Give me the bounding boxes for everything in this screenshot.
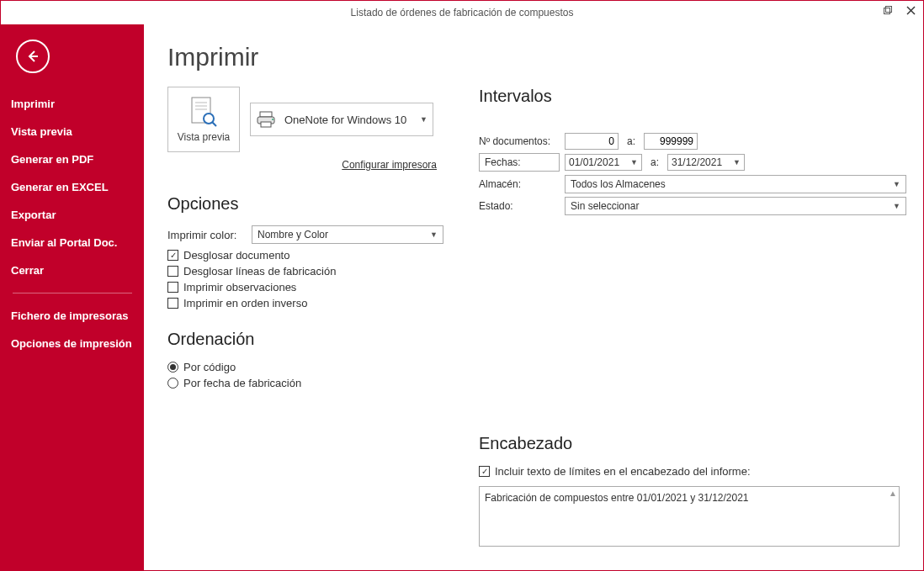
document-magnifier-icon xyxy=(189,96,218,128)
ndoc-label: Nº documentos: xyxy=(479,135,560,147)
sidebar-item-excel[interactable]: Generar en EXCEL xyxy=(1,173,144,201)
color-combo[interactable]: Nombre y Color ▼ xyxy=(252,225,443,244)
check-desglosar-lineas[interactable] xyxy=(167,266,178,277)
encabezado-heading: Encabezado xyxy=(479,434,906,453)
radio-por-fecha-label: Por fecha de fabricación xyxy=(183,377,301,389)
vista-previa-tile[interactable]: Vista previa xyxy=(167,87,240,152)
almacen-combo[interactable]: Todos los Almacenes ▼ xyxy=(565,175,906,193)
scroll-up-icon[interactable]: ▲ xyxy=(889,489,897,498)
sidebar-item-fichero-impresoras[interactable]: Fichero de impresoras xyxy=(1,302,144,330)
opciones-heading: Opciones xyxy=(167,194,454,214)
svg-rect-13 xyxy=(261,122,271,127)
fecha-to-input[interactable]: 31/12/2021 ▼ xyxy=(667,154,745,171)
check-imprimir-obs-label: Imprimir observaciones xyxy=(183,281,296,293)
chevron-down-icon: ▼ xyxy=(893,202,900,210)
sidebar: Imprimir Vista previa Generar en PDF Gen… xyxy=(1,24,144,570)
encabezado-text-value: Fabricación de compuestos entre 01/01/20… xyxy=(485,492,749,504)
check-incluir-limites[interactable] xyxy=(479,466,490,477)
a-sep-2: a: xyxy=(647,156,662,168)
svg-line-10 xyxy=(212,122,216,126)
window-close-icon[interactable] xyxy=(903,3,918,18)
titlebar: Listado de órdenes de fabricación de com… xyxy=(1,1,923,24)
sidebar-item-pdf[interactable]: Generar en PDF xyxy=(1,145,144,173)
window-restore-icon[interactable] xyxy=(879,3,895,18)
chevron-down-icon: ▼ xyxy=(733,158,741,167)
sidebar-item-imprimir[interactable]: Imprimir xyxy=(1,90,144,118)
ndoc-to-input[interactable] xyxy=(644,133,698,150)
printer-icon xyxy=(256,110,278,129)
sidebar-item-cerrar[interactable]: Cerrar xyxy=(1,256,144,284)
back-button[interactable] xyxy=(16,40,50,73)
color-value: Nombre y Color xyxy=(258,229,328,241)
printer-selector[interactable]: OneNote for Windows 10 ▼ xyxy=(250,103,433,136)
fecha-from-value: 01/01/2021 xyxy=(569,156,619,168)
page-title: Imprimir xyxy=(167,43,906,71)
radio-por-codigo[interactable] xyxy=(167,362,178,373)
sidebar-item-portal[interactable]: Enviar al Portal Doc. xyxy=(1,229,144,256)
sidebar-item-vista-previa[interactable]: Vista previa xyxy=(1,118,144,145)
svg-point-14 xyxy=(272,119,273,120)
printer-name: OneNote for Windows 10 xyxy=(284,114,406,126)
chevron-down-icon: ▼ xyxy=(420,115,427,124)
fecha-to-value: 31/12/2021 xyxy=(672,156,722,168)
almacen-label: Almacén: xyxy=(479,178,560,190)
configure-printer-link[interactable]: Configurar impresora xyxy=(167,159,437,171)
ordenacion-heading: Ordenación xyxy=(167,330,454,349)
color-label: Imprimir color: xyxy=(167,229,243,241)
estado-label: Estado: xyxy=(479,200,560,212)
check-desglosar-lineas-label: Desglosar líneas de fabricación xyxy=(183,265,336,278)
almacen-value: Todos los Almacenes xyxy=(571,178,666,190)
chevron-down-icon: ▼ xyxy=(630,158,638,167)
ndoc-from-input[interactable] xyxy=(565,133,619,150)
radio-por-codigo-label: Por código xyxy=(183,361,236,373)
chevron-down-icon: ▼ xyxy=(430,230,438,239)
fecha-from-input[interactable]: 01/01/2021 ▼ xyxy=(565,154,642,171)
check-orden-inverso-label: Imprimir en orden inverso xyxy=(183,297,307,309)
svg-rect-0 xyxy=(884,8,889,13)
estado-combo[interactable]: Sin seleccionar ▼ xyxy=(565,197,906,215)
window-title: Listado de órdenes de fabricación de com… xyxy=(351,7,574,19)
check-desglosar-doc[interactable] xyxy=(167,250,178,261)
radio-por-fecha[interactable] xyxy=(167,378,178,389)
main-panel: Imprimir Vista previa xyxy=(144,24,923,570)
svg-rect-1 xyxy=(885,6,891,12)
sidebar-item-opciones-impresion[interactable]: Opciones de impresión xyxy=(1,330,144,357)
svg-rect-11 xyxy=(260,112,272,117)
vista-previa-label: Vista previa xyxy=(178,131,230,143)
a-sep-1: a: xyxy=(624,135,639,147)
sidebar-item-exportar[interactable]: Exportar xyxy=(1,201,144,229)
chevron-down-icon: ▼ xyxy=(893,180,900,188)
check-imprimir-obs[interactable] xyxy=(167,282,178,293)
check-incluir-limites-label: Incluir texto de límites en el encabezad… xyxy=(495,465,751,478)
sidebar-divider xyxy=(13,293,132,293)
fechas-button[interactable]: Fechas: xyxy=(479,153,560,172)
check-orden-inverso[interactable] xyxy=(167,298,178,309)
intervalos-heading: Intervalos xyxy=(479,87,906,106)
check-desglosar-doc-label: Desglosar documento xyxy=(183,249,289,262)
arrow-left-icon xyxy=(25,49,40,64)
estado-value: Sin seleccionar xyxy=(571,200,639,212)
encabezado-textarea[interactable]: Fabricación de compuestos entre 01/01/20… xyxy=(479,486,900,547)
